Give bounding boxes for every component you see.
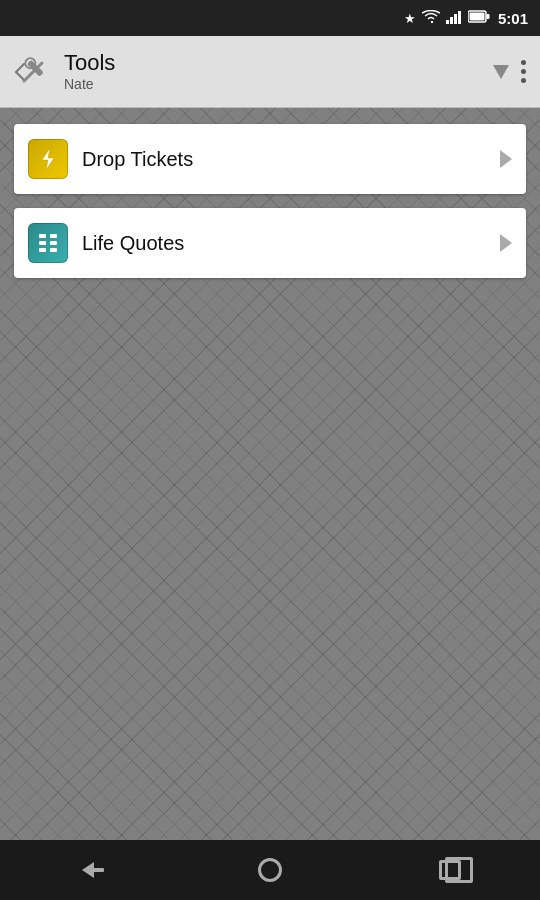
svg-rect-15 (39, 241, 46, 245)
action-bar-right (493, 60, 526, 83)
overflow-dot-1 (521, 60, 526, 65)
tools-icon (14, 53, 52, 91)
overflow-menu-button[interactable] (521, 60, 526, 83)
drop-tickets-icon (28, 139, 68, 179)
wifi-icon (422, 10, 440, 27)
home-icon (258, 858, 282, 882)
list-item-life-quotes[interactable]: Life Quotes (14, 208, 526, 278)
overflow-dot-3 (521, 78, 526, 83)
nav-bar (0, 840, 540, 900)
back-arrow-icon (76, 859, 104, 881)
main-content: Drop Tickets Life Quotes (0, 108, 540, 840)
home-button[interactable] (230, 848, 310, 892)
svg-rect-13 (39, 234, 46, 238)
svg-rect-17 (39, 248, 46, 252)
svg-line-8 (16, 72, 24, 80)
svg-rect-18 (50, 248, 57, 252)
action-bar-titles: Tools Nate (64, 50, 493, 93)
svg-rect-0 (446, 20, 449, 24)
svg-rect-6 (469, 13, 484, 21)
content-list: Drop Tickets Life Quotes (0, 108, 540, 294)
action-bar: Tools Nate (0, 36, 540, 108)
svg-line-7 (16, 64, 24, 72)
status-icons: ★ (404, 10, 490, 27)
svg-rect-2 (454, 14, 457, 24)
overflow-dot-2 (521, 69, 526, 74)
recent-apps-icon (439, 860, 461, 880)
back-button[interactable] (50, 848, 130, 892)
app-title: Tools (64, 50, 493, 76)
svg-marker-12 (42, 148, 54, 170)
svg-rect-14 (50, 234, 57, 238)
recent-button[interactable] (410, 848, 490, 892)
app-subtitle: Nate (64, 76, 493, 93)
list-item-drop-tickets[interactable]: Drop Tickets (14, 124, 526, 194)
signal-icon (446, 10, 462, 27)
svg-rect-1 (450, 17, 453, 24)
life-quotes-label: Life Quotes (82, 232, 500, 255)
life-quotes-chevron (500, 234, 512, 252)
status-time: 5:01 (498, 10, 528, 27)
triangle-icon (493, 65, 509, 79)
svg-rect-3 (458, 11, 461, 24)
drop-tickets-label: Drop Tickets (82, 148, 500, 171)
battery-icon (468, 10, 490, 26)
svg-rect-16 (50, 241, 57, 245)
svg-rect-5 (486, 14, 489, 19)
life-quotes-icon (28, 223, 68, 263)
bluetooth-icon: ★ (404, 11, 416, 26)
drop-tickets-chevron (500, 150, 512, 168)
status-bar: ★ 5:01 (0, 0, 540, 36)
